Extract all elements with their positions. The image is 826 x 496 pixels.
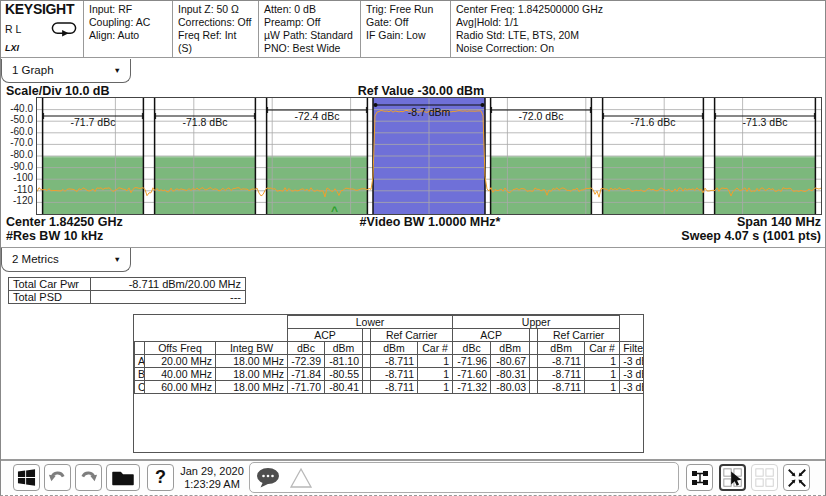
acp-cell	[530, 368, 538, 381]
segment-annotation: -71.6 dBc	[631, 116, 676, 128]
status-line: Atten: 0 dB	[264, 3, 355, 16]
status-line: Preamp: Off	[264, 16, 355, 29]
carrier-annotation: -8.7 dBm	[408, 106, 451, 118]
collapse-view-button[interactable]	[783, 464, 810, 491]
windows-logo-icon	[17, 468, 36, 487]
acp-subheader: ACP	[288, 329, 363, 342]
redo-button[interactable]	[75, 464, 102, 491]
acp-cell: -8.711	[538, 355, 585, 368]
acp-cell: 1	[418, 355, 453, 368]
res-bw-label: #Res BW 10 kHz	[6, 229, 103, 243]
keysight-logo: KEYSIGHT R L LXI	[1, 1, 84, 57]
segment-annotation: -72.0 dBc	[519, 110, 564, 122]
acp-cell: -3 dB	[620, 355, 644, 368]
acp-row: A20.00 MHz18.00 MHz-72.39-81.10-8.7111-7…	[135, 355, 644, 368]
acp-row: C60.00 MHz18.00 MHz-71.70-80.41-8.7111-7…	[135, 381, 644, 394]
group-header-row: Lower Upper	[135, 316, 644, 329]
dropdown-caret-icon: ▼	[114, 60, 121, 82]
acp-cell: 20.00 MHz	[145, 355, 216, 368]
offset-segment-region	[267, 156, 368, 214]
message-area[interactable]	[249, 462, 679, 493]
acp-cell: 1	[418, 368, 453, 381]
windows-menu-button[interactable]	[13, 464, 40, 491]
y-axis-tick: -90.0	[1, 161, 33, 172]
acp-table-container: Lower Upper ACP Ref Carrier ACP Ref Carr…	[133, 314, 644, 453]
ref-carrier-subheader: Ref Carrier	[371, 329, 453, 342]
status-line: Coupling: AC	[89, 16, 167, 29]
acp-col-header	[363, 342, 371, 355]
graph-selector-dropdown[interactable]: 1 Graph ▼	[1, 59, 131, 83]
acp-cell: 18.00 MHz	[216, 355, 288, 368]
brand-name: KEYSIGHT	[5, 3, 79, 16]
window-grid-icon	[754, 467, 776, 489]
acp-cell: -72.39	[288, 355, 325, 368]
undo-button[interactable]	[44, 464, 71, 491]
acp-col-header: Car #	[418, 342, 453, 355]
continuous-sweep-icon	[51, 21, 77, 38]
acp-col-header: dBm	[538, 342, 585, 355]
acp-cell: -71.32	[453, 381, 491, 394]
date-time[interactable]: Jan 29, 2020 1:23:29 AM	[177, 465, 247, 491]
acp-cell: 1	[585, 381, 620, 394]
offset-segment-region	[603, 156, 704, 214]
y-axis-tick: -50.0	[1, 114, 33, 125]
lxi-label: LXI	[5, 42, 79, 55]
acp-col-header: Filter	[620, 342, 644, 355]
touch-screen-button[interactable]	[719, 464, 746, 491]
window-arrange-button	[751, 464, 778, 491]
acp-col-header	[530, 342, 538, 355]
total-car-pwr-row: Total Car Pwr -8.711 dBm/20.00 MHz	[9, 278, 246, 291]
acp-cell: -3 dB	[620, 381, 644, 394]
scale-div-label: Scale/Div 10.0 dB	[6, 84, 110, 98]
metric-value: -8.711 dBm/20.00 MHz	[91, 278, 246, 291]
acp-col-header: dBm	[371, 342, 418, 355]
metrics-summary-table: Total Car Pwr -8.711 dBm/20.00 MHz Total…	[8, 277, 246, 304]
status-line: Input Z: 50 Ω	[178, 3, 253, 16]
acp-cell: -80.03	[491, 381, 530, 394]
attenuation-settings: Atten: 0 dBPreamp: OffµW Path: StandardP…	[259, 1, 361, 57]
acp-cell: -80.67	[491, 355, 530, 368]
acp-cell: -3 dB	[620, 368, 644, 381]
spectrum-plot[interactable]: -71.7 dBc-71.8 dBc-72.4 dBc-72.0 dBc-71.…	[36, 97, 822, 215]
acp-col-header: Integ BW	[216, 342, 288, 355]
help-button[interactable]: ?	[147, 464, 174, 491]
status-line: Center Freq: 1.842500000 GHz	[456, 3, 820, 16]
acp-col-header	[135, 342, 145, 355]
y-axis-tick: -70.0	[1, 137, 33, 148]
center-freq-label: Center 1.84250 GHz	[6, 215, 123, 229]
dropdown-caret-icon: ▼	[114, 249, 121, 271]
lower-group-header: Lower	[288, 316, 453, 329]
acp-cell	[530, 355, 538, 368]
acp-cell: 60.00 MHz	[145, 381, 216, 394]
trigger-settings: Trig: Free RunGate: OffIF Gain: Low	[361, 1, 451, 57]
touch-grid-icon	[722, 467, 744, 489]
folder-icon	[111, 468, 135, 488]
segment-annotation: -71.7 dBc	[71, 116, 116, 128]
acp-cell: -80.55	[325, 368, 363, 381]
status-line: Noise Correction: On	[456, 42, 820, 55]
ref-value-label: Ref Value -30.00 dBm	[321, 84, 521, 98]
acp-cell	[530, 381, 538, 394]
acp-col-header: Offs Freq	[145, 342, 216, 355]
acp-row: B40.00 MHz18.00 MHz-71.84-80.55-8.7111-7…	[135, 368, 644, 381]
help-icon: ?	[155, 467, 166, 488]
acp-cell	[363, 368, 371, 381]
acp-cell: -71.96	[453, 355, 491, 368]
acp-col-header: dBm	[325, 342, 363, 355]
acp-cell	[363, 381, 371, 394]
file-button[interactable]	[106, 464, 140, 491]
sequencer-button[interactable]	[686, 464, 713, 491]
spectrum-chart: -71.7 dBc-71.8 dBc-72.4 dBc-72.0 dBc-71.…	[37, 98, 821, 214]
date-label: Jan 29, 2020	[177, 465, 247, 478]
frequency-settings: Center Freq: 1.842500000 GHzAvg|Hold: 1/…	[451, 1, 825, 57]
video-bw-label: #Video BW 1.0000 MHz*	[315, 215, 545, 229]
y-axis-tick: -110	[1, 184, 33, 195]
metrics-selector-dropdown[interactable]: 2 Metrics ▼	[1, 248, 131, 272]
status-line: Radio Std: LTE, BTS, 20M	[456, 29, 820, 42]
acp-cell: 18.00 MHz	[216, 368, 288, 381]
y-axis-tick: -100	[1, 172, 33, 183]
y-axis-tick: -40.0	[1, 103, 33, 114]
graph-selector-value: 1 Graph	[12, 64, 54, 76]
segment-annotation: -71.3 dBc	[743, 116, 788, 128]
metrics-selector-value: 2 Metrics	[12, 253, 59, 265]
